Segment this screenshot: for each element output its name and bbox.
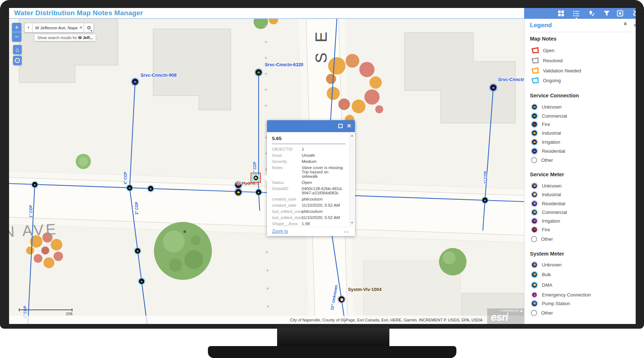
selected-hydrant-feature[interactable] [251,173,261,183]
field-label: created_date [272,203,302,207]
legend-section-service-meter: Service Meter [530,172,564,177]
edit-icon[interactable] [588,10,595,17]
field-value: philcoulson [302,197,344,201]
feature-label-systm-vlv-1004: Systm-Vlv-1004 [348,287,381,292]
service-connection-industrial-node[interactable] [235,189,242,195]
service-meter-residential-icon [531,200,538,207]
service-connection-residential-node[interactable] [132,79,138,85]
legend-section-service-connection: Service Connection [530,93,579,98]
service-meter-other-icon [531,236,537,242]
service-connection-commercial-node[interactable] [256,70,262,76]
page-title: Water Distribution Map Notes Manager [14,9,143,17]
zoom-control: + − [12,23,21,42]
service-meter-unknown-icon [531,182,538,189]
search-button[interactable] [84,23,94,33]
pipe-label: 2" COP [135,202,139,215]
system-valve-node[interactable]: × [135,248,141,254]
ongoing-note-icon [531,77,539,84]
system-valve-node[interactable]: × [148,186,154,191]
search-box: ▼ ✕ [24,23,94,33]
feature-popup: ✕ 5.65 OBJECTID1 IssueUnsafe SeverityMed… [267,120,355,236]
popup-footer: Zoom to ... [267,227,355,236]
attribution-bar: City of Naperville, County of DuPage, Es… [9,316,524,324]
resolved-note-icon [531,57,539,64]
legend-item-label: Other [541,157,553,163]
field-label: GlobalID [272,186,302,195]
field-label: OBJECTID [272,147,302,151]
service-connection-fire-icon [531,121,538,128]
service-meter-industrial-icon [531,191,538,198]
feature-label-srvc-cnnctn-clipped: Srvc-Cnnctn- [498,77,524,82]
feature-label-srvc-cnnctn-6320: Srvc-Cnnctn-6320 [265,62,303,67]
home-icon: ⌂ [16,47,19,53]
zoom-in-button[interactable]: + [12,23,21,32]
popup-header[interactable]: ✕ [267,120,355,132]
system-valve-node[interactable]: × [32,182,38,188]
search-input[interactable] [35,23,78,32]
system-valve-node[interactable]: × [127,185,133,191]
zoom-out-button[interactable]: − [12,32,21,42]
filter-icon[interactable] [603,10,610,17]
popup-maximize-icon[interactable] [338,124,343,128]
legend-item-label: Industrial [542,192,561,197]
field-value: 11/10/2020, 5:52 AM [302,215,344,220]
system-valve-node[interactable]: × [482,198,488,203]
attribute-table-icon[interactable] [617,10,623,17]
system-meter-other-icon [531,310,537,316]
collapse-panel-icon[interactable]: « [622,22,628,29]
service-connection-residential-node[interactable] [490,85,497,91]
search-suggestion[interactable]: Show search results for W Jeff... [34,34,96,41]
legend-item-label: Fire [542,227,550,232]
legend-list-icon[interactable] [573,10,580,17]
open-note-icon [531,47,539,54]
system-valve-node[interactable]: × [139,279,145,284]
field-label: Shape__Area [272,222,302,226]
scroll-up-icon[interactable]: ▲ [350,134,355,137]
legend-item-label: Fire [542,122,550,127]
clear-search-icon[interactable]: ✕ [79,25,83,30]
map-canvas[interactable]: S E N AVE 4" COP 2" COP 1" COP 1" COP 1"… [9,19,524,324]
legend-item-label: Resolved [543,58,563,63]
widget-toolbar [524,8,636,19]
system-valve-1004-node[interactable] [339,296,345,303]
scale-bar: 20ft [19,308,72,316]
search-source-dropdown[interactable]: ▼ [24,23,32,33]
monitor-stand-base [208,346,456,358]
legend-divider [530,32,630,32]
pipe-label: 1" COP [29,205,33,218]
monitor-stand-neck [277,328,389,348]
field-label: created_user [272,197,302,201]
legend-item-label: Unknown [542,104,561,110]
system-meter-bulk-icon [531,271,538,278]
scroll-down-icon[interactable]: ▼ [350,221,355,224]
legend-item-label: Residential [542,148,565,154]
field-label: Notes [272,165,302,178]
app-header: Water Distribution Map Notes Manager [9,8,524,19]
feature-label-srvc-cnnctn-908: Srvc-Cnnctn-908 [141,73,176,78]
system-meter-dma-icon [531,282,538,288]
field-value: 11/10/2020, 5:52 AM [302,203,344,207]
field-value: Open [302,180,344,185]
legend-item-label: Ongoing [543,78,561,83]
close-panel-icon[interactable]: ✕ [633,22,636,28]
service-meter-commercial-icon [531,209,538,216]
field-value: philcoulson [302,209,344,214]
field-label: Severity [272,159,302,164]
system-valve-node[interactable]: × [256,190,262,195]
service-meter-irrigation-icon [531,218,538,224]
zoom-to-link[interactable]: Zoom to [272,229,288,234]
street-label-n-ave: N AVE [9,220,58,241]
popup-close-icon[interactable]: ✕ [347,123,351,129]
system-meter-emergency-connection-icon [532,292,538,298]
app-screen: Water Distribution Map Notes Manager [9,8,636,324]
my-location-button[interactable] [13,56,22,65]
more-widget-icon[interactable] [632,10,636,17]
service-connection-irrigation-icon [531,139,538,146]
service-connection-industrial-icon [531,130,538,136]
home-button[interactable]: ⌂ [13,45,22,54]
field-label: last_edited_user [272,209,302,214]
popup-more-menu[interactable]: ... [344,228,349,233]
popup-scrollbar[interactable]: ▲ ▼ [349,133,354,225]
layer-grid-icon[interactable] [558,10,564,17]
legend-panel-title: Legend [530,22,552,29]
